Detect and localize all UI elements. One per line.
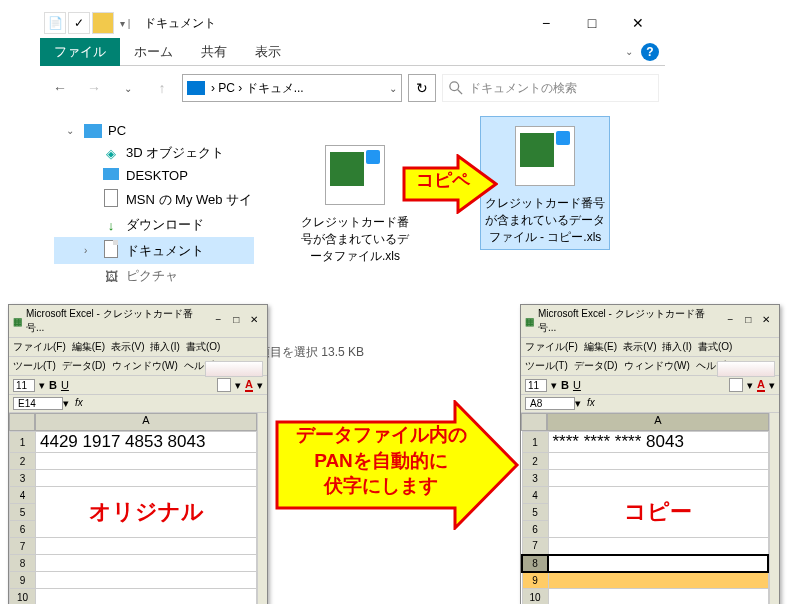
tree-pc[interactable]: ⌄ PC (54, 120, 254, 141)
dd-icon[interactable]: ▾ (575, 397, 581, 410)
row-header[interactable]: 1 (10, 432, 36, 453)
menu-format[interactable]: 書式(O) (698, 340, 732, 354)
cell[interactable] (548, 572, 768, 589)
refresh-button[interactable]: ↻ (408, 74, 436, 102)
cell[interactable] (36, 572, 257, 589)
ribbon-expand-icon[interactable]: ⌄ (625, 46, 633, 57)
fontcolor-button[interactable]: A (245, 378, 253, 392)
crumb-current[interactable]: ドキュメ... (246, 80, 304, 97)
maximize-button[interactable]: □ (739, 314, 757, 328)
row-header[interactable]: 6 (522, 521, 548, 538)
cell[interactable] (548, 589, 768, 605)
cell[interactable] (36, 589, 257, 605)
cell[interactable] (548, 470, 768, 487)
file-tab[interactable]: ファイル (40, 38, 120, 66)
menu-window[interactable]: ウィンドウ(W) (624, 359, 690, 373)
menu-data[interactable]: データ(D) (574, 359, 618, 373)
toolbar-dd-icon[interactable]: ▾ (551, 379, 557, 392)
row-header[interactable]: 8 (10, 555, 36, 572)
row-header[interactable]: 8 (522, 555, 548, 572)
toolbar-dd-icon[interactable]: ▾ (769, 379, 775, 392)
fillcolor-button[interactable] (217, 378, 231, 392)
row-header[interactable]: 4 (10, 487, 36, 504)
maximize-button[interactable]: □ (227, 314, 245, 328)
up-button[interactable]: ↑ (148, 74, 176, 102)
file-item-original[interactable]: クレジットカード番号が含まれているデータファイル.xls (300, 140, 410, 264)
select-all-corner[interactable] (9, 413, 35, 431)
col-header-A[interactable]: A (547, 413, 769, 431)
fillcolor-button[interactable] (729, 378, 743, 392)
excel-grid[interactable]: A 14429 1917 4853 8043 2 3 4オリジナル 5 6 7 … (9, 413, 257, 604)
col-header-A[interactable]: A (35, 413, 257, 431)
row-header[interactable]: 9 (10, 572, 36, 589)
row-header[interactable]: 9 (522, 572, 548, 589)
fontcolor-button[interactable]: A (757, 378, 765, 392)
maximize-button[interactable]: □ (569, 8, 615, 38)
cell-selected[interactable] (548, 555, 768, 572)
tree-pictures[interactable]: 🖼ピクチャ (54, 264, 254, 288)
search-box[interactable]: ドキュメントの検索 (442, 74, 659, 102)
fontsize-box[interactable]: 11 (13, 379, 35, 392)
tree-downloads[interactable]: ↓ダウンロード (54, 213, 254, 237)
forward-button[interactable]: → (80, 74, 108, 102)
menu-tool[interactable]: ツール(T) (525, 359, 568, 373)
minimize-button[interactable]: − (209, 314, 227, 328)
row-header[interactable]: 10 (10, 589, 36, 605)
row-header[interactable]: 6 (10, 521, 36, 538)
menu-help[interactable]: ヘルプ(H) (184, 359, 228, 373)
menu-view[interactable]: 表示(V) (111, 340, 144, 354)
toolbar-dd-icon[interactable]: ▾ (39, 379, 45, 392)
bold-button[interactable]: B (561, 379, 569, 391)
row-header[interactable]: 4 (522, 487, 548, 504)
fontsize-box[interactable]: 11 (525, 379, 547, 392)
row-header[interactable]: 5 (10, 504, 36, 521)
excel-grid[interactable]: A 1**** **** **** 8043 2 3 4コピー 5 6 7 8 … (521, 413, 769, 604)
close-button[interactable]: ✕ (245, 314, 263, 328)
name-box[interactable]: E14 (13, 397, 63, 410)
row-header[interactable]: 10 (522, 589, 548, 605)
row-header[interactable]: 2 (10, 453, 36, 470)
cell[interactable] (548, 538, 768, 555)
menu-insert[interactable]: 挿入(I) (150, 340, 179, 354)
cell-A1-pan[interactable]: 4429 1917 4853 8043 (36, 432, 257, 453)
address-bar[interactable]: › PC › ドキュメ... ⌄ (182, 74, 402, 102)
menu-data[interactable]: データ(D) (62, 359, 106, 373)
row-header[interactable]: 1 (522, 432, 548, 453)
row-header[interactable]: 2 (522, 453, 548, 470)
menu-file[interactable]: ファイル(F) (13, 340, 66, 354)
menu-help[interactable]: ヘルプ(H) (696, 359, 740, 373)
menu-tool[interactable]: ツール(T) (13, 359, 56, 373)
menu-format[interactable]: 書式(O) (186, 340, 220, 354)
row-header[interactable]: 3 (522, 470, 548, 487)
crumb-pc[interactable]: PC (218, 81, 235, 95)
expand-icon[interactable]: ⌄ (66, 125, 78, 136)
home-tab[interactable]: ホーム (120, 38, 187, 66)
close-button[interactable]: ✕ (757, 314, 775, 328)
menu-edit[interactable]: 編集(E) (72, 340, 105, 354)
qat-icon-2[interactable]: ✓ (68, 12, 90, 34)
vscrollbar[interactable] (257, 413, 267, 604)
toolbar-dd-icon[interactable]: ▾ (235, 379, 241, 392)
tree-3d[interactable]: ◈3D オブジェクト (54, 141, 254, 165)
cell-A1-pan-masked[interactable]: **** **** **** 8043 (548, 432, 768, 453)
toolbar-dd-icon[interactable]: ▾ (257, 379, 263, 392)
row-header[interactable]: 7 (10, 538, 36, 555)
close-button[interactable]: ✕ (615, 8, 661, 38)
row-header[interactable]: 5 (522, 504, 548, 521)
select-all-corner[interactable] (521, 413, 547, 431)
cell[interactable] (548, 453, 768, 470)
menu-insert[interactable]: 挿入(I) (662, 340, 691, 354)
cell[interactable] (36, 470, 257, 487)
minimize-button[interactable]: − (721, 314, 739, 328)
share-tab[interactable]: 共有 (187, 38, 241, 66)
tree-msn[interactable]: MSN の My Web サイ (54, 186, 254, 213)
minimize-button[interactable]: − (523, 8, 569, 38)
row-header[interactable]: 3 (10, 470, 36, 487)
view-tab[interactable]: 表示 (241, 38, 295, 66)
menu-edit[interactable]: 編集(E) (584, 340, 617, 354)
cell[interactable] (36, 555, 257, 572)
cell[interactable] (36, 453, 257, 470)
vscrollbar[interactable] (769, 413, 779, 604)
tree-desktop[interactable]: DESKTOP (54, 165, 254, 186)
recent-button[interactable]: ⌄ (114, 74, 142, 102)
